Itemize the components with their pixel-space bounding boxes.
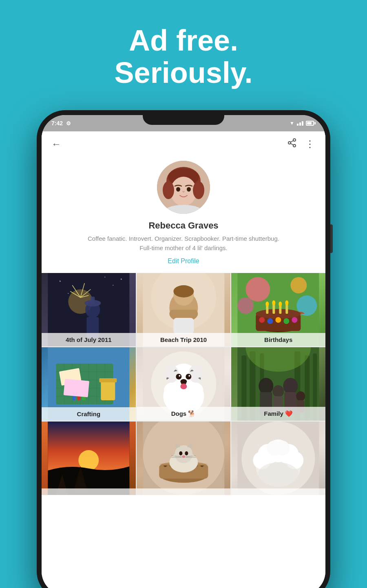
app-content: ← ⋮ (42, 131, 325, 588)
svg-rect-77 (64, 379, 89, 397)
top-nav-actions: ⋮ (287, 138, 316, 150)
grid-item-partial1[interactable] (42, 422, 136, 495)
avatar (157, 161, 210, 214)
svg-point-53 (259, 317, 265, 323)
phone-notch (143, 110, 224, 125)
svg-point-93 (180, 384, 187, 389)
grid-label-crafting: Crafting (42, 407, 136, 421)
grid-item-beach[interactable]: Beach Trip 2010 (137, 273, 231, 346)
svg-point-10 (176, 187, 180, 192)
svg-point-19 (68, 293, 69, 294)
profile-name: Rebecca Graves (148, 220, 218, 231)
svg-line-3 (291, 144, 294, 145)
grid-item-dogs[interactable]: Dogs 🐕 (137, 347, 231, 421)
svg-point-103 (259, 378, 274, 394)
phone-body: 7:42 ⚙ ▼ (37, 110, 330, 588)
svg-point-89 (186, 374, 191, 379)
side-button (330, 224, 333, 253)
photo-grid: 4th of July 2011 (42, 273, 325, 495)
svg-point-17 (113, 285, 113, 286)
svg-point-91 (188, 375, 190, 377)
hero-line1: Ad free. (129, 24, 238, 57)
svg-point-11 (187, 187, 191, 192)
share-button[interactable] (287, 138, 297, 150)
svg-rect-70 (101, 380, 115, 400)
grid-item-partial3[interactable] (231, 422, 325, 495)
grid-item-crafting[interactable]: Crafting (42, 347, 136, 421)
svg-point-88 (176, 374, 181, 379)
svg-point-51 (279, 302, 282, 306)
partial3-thumbnail (231, 422, 325, 495)
svg-point-120 (179, 451, 182, 455)
svg-point-56 (284, 318, 290, 324)
time-display: 7:42 (51, 120, 63, 126)
partial1-thumbnail (42, 422, 136, 495)
svg-point-109 (296, 391, 305, 401)
svg-point-49 (266, 302, 269, 306)
phone-mockup: 7:42 ⚙ ▼ (37, 110, 330, 588)
svg-point-122 (182, 455, 185, 458)
svg-rect-71 (99, 378, 117, 382)
svg-point-57 (292, 317, 298, 323)
svg-line-4 (291, 141, 294, 142)
svg-point-52 (285, 300, 289, 305)
profile-section: Rebecca Graves Coffee fanatic. Introvert… (42, 157, 325, 273)
svg-point-54 (268, 318, 273, 324)
status-bar-left: 7:42 ⚙ (51, 120, 71, 126)
hero-title: Ad free. Seriously. (0, 24, 367, 89)
svg-point-136 (275, 441, 290, 455)
grid-item-family[interactable]: Family ❤️ (231, 347, 325, 421)
svg-point-55 (276, 317, 281, 323)
svg-point-119 (175, 445, 192, 463)
grid-label-dogs: Dogs 🐕 (137, 407, 231, 421)
grid-item-birthdays[interactable]: Birthdays (231, 273, 325, 346)
svg-point-107 (273, 385, 284, 397)
edit-profile-button[interactable]: Edit Profile (168, 257, 199, 265)
battery-icon (306, 121, 316, 126)
svg-point-90 (179, 375, 180, 377)
svg-rect-30 (91, 297, 95, 304)
grid-label-family: Family ❤️ (231, 407, 325, 421)
grid-item-july[interactable]: 4th of July 2011 (42, 273, 136, 346)
grid-label-partial3 (231, 488, 325, 495)
grid-label-birthdays: Birthdays (231, 333, 325, 346)
svg-point-39 (291, 277, 307, 293)
back-button[interactable]: ← (51, 138, 61, 150)
svg-point-38 (246, 277, 270, 302)
svg-point-105 (283, 378, 298, 394)
svg-point-35 (173, 285, 194, 297)
profile-bio: Coffee fanatic. Introvert. Organizer. Sc… (82, 234, 285, 253)
status-bar-right: ▼ (290, 120, 316, 126)
signal-icon (297, 121, 303, 126)
grid-label-partial1 (42, 488, 136, 495)
svg-point-13 (193, 181, 204, 199)
svg-point-9 (170, 177, 197, 206)
svg-point-87 (188, 365, 203, 383)
top-nav: ← ⋮ (42, 131, 325, 157)
svg-point-50 (272, 300, 276, 305)
partial2-thumbnail (137, 422, 231, 495)
grid-label-july: 4th of July 2011 (42, 333, 136, 346)
svg-rect-36 (173, 318, 194, 334)
hero-line2: Seriously. (115, 56, 253, 89)
avatar-image (157, 161, 210, 214)
svg-point-137 (258, 462, 299, 487)
grid-label-partial2 (137, 488, 231, 495)
hero-section: Ad free. Seriously. (0, 0, 367, 101)
grid-label-beach: Beach Trip 2010 (137, 333, 231, 346)
grid-item-partial2[interactable] (137, 422, 231, 495)
svg-point-18 (121, 279, 122, 280)
svg-point-12 (163, 181, 174, 199)
svg-point-86 (164, 365, 179, 383)
phone-screen: 7:42 ⚙ ▼ (42, 115, 325, 588)
svg-point-41 (238, 297, 254, 314)
more-menu-button[interactable]: ⋮ (305, 138, 316, 150)
svg-point-16 (60, 281, 61, 282)
svg-point-20 (104, 277, 105, 277)
gear-icon: ⚙ (66, 120, 71, 126)
svg-point-121 (185, 451, 188, 455)
wifi-icon: ▼ (290, 120, 294, 126)
